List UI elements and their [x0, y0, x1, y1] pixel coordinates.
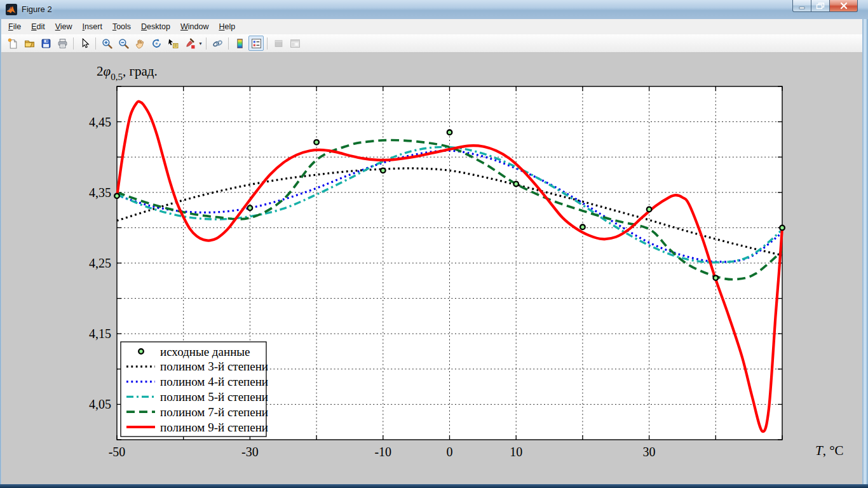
hide-plot-tools-button[interactable] [271, 36, 286, 51]
window-border-left [0, 19, 1, 488]
minimize-button[interactable] [792, 0, 811, 12]
legend-entry-label: полином 7-й степени [160, 405, 268, 419]
zoom-out-button[interactable] [116, 36, 131, 51]
menu-insert[interactable]: Insert [78, 20, 107, 33]
x-tick-label: -50 [109, 445, 126, 459]
zoom-in-icon [102, 38, 112, 49]
toolbar-separator [267, 37, 268, 50]
x-tick-label: -10 [374, 445, 391, 459]
link-plot-button[interactable] [210, 36, 225, 51]
menu-view[interactable]: View [50, 20, 78, 33]
toolbar-separator [73, 37, 74, 50]
x-tick-label: 10 [510, 445, 522, 459]
x-tick-label: 30 [643, 445, 656, 459]
insert-colorbar-button[interactable] [232, 36, 247, 51]
y-axis-label: 2φ0,5, град. [97, 64, 158, 82]
legend-box[interactable]: исходные данныеполином 3-й степениполино… [121, 342, 268, 437]
figure-canvas: -50-30-10010304,454,354,254,154,052φ0,5,… [1, 52, 862, 484]
toolbar-separator [95, 37, 96, 50]
rotate-3d-icon [151, 38, 162, 49]
data-point [513, 182, 519, 187]
close-button[interactable] [830, 0, 858, 12]
brush-data-button[interactable] [182, 36, 197, 51]
y-tick-label: 4,45 [89, 115, 111, 129]
y-tick-label: 4,25 [89, 256, 111, 270]
data-cursor-button[interactable] [165, 36, 180, 51]
y-tick-label: 4,35 [89, 186, 111, 200]
minimize-icon [797, 2, 806, 10]
figure-toolbar: ▾ [1, 34, 862, 53]
x-tick-label: 0 [447, 445, 453, 459]
save-figure-button[interactable] [38, 36, 53, 51]
legend-entry-label: полином 5-й степени [160, 390, 268, 403]
save-figure-icon [41, 38, 51, 49]
data-cursor-icon [168, 38, 179, 49]
data-point [248, 205, 253, 210]
legend-entry-label: полином 9-й степени [160, 421, 268, 434]
legend-entry-label: полином 4-й степени [160, 375, 268, 388]
print-figure-button[interactable] [55, 36, 70, 51]
window-border-right [862, 19, 868, 488]
hide-plot-tools-icon [273, 38, 284, 49]
window-controls [792, 0, 858, 12]
link-plot-icon [212, 38, 223, 49]
window-title: Figure 2 [22, 0, 52, 19]
restore-button[interactable] [811, 0, 830, 12]
edit-plot-cursor-icon [79, 38, 90, 49]
pan-hand-icon [135, 38, 146, 49]
zoom-out-icon [118, 38, 129, 49]
menu-help[interactable]: Help [214, 20, 240, 33]
data-point [114, 194, 119, 199]
titlebar[interactable]: Figure 2 [0, 0, 868, 20]
new-figure-icon [8, 38, 18, 49]
menu-tools[interactable]: Tools [107, 20, 136, 33]
print-figure-icon [57, 38, 68, 49]
show-plot-tools-icon [290, 38, 301, 49]
rotate-3d-button[interactable] [149, 36, 164, 51]
zoom-in-button[interactable] [99, 36, 114, 51]
menu-window[interactable]: Window [175, 20, 214, 33]
brush-dropdown-caret[interactable]: ▾ [198, 36, 203, 51]
x-tick-label: -30 [241, 445, 259, 459]
restore-icon [816, 2, 825, 10]
show-plot-tools-button[interactable] [287, 36, 302, 51]
data-point [580, 224, 585, 229]
x-axis-label: T, °C [815, 443, 844, 458]
open-file-icon [24, 38, 35, 49]
insert-legend-button[interactable] [248, 36, 264, 51]
data-point [381, 168, 386, 173]
data-point [780, 226, 785, 231]
pan-button[interactable] [132, 36, 147, 51]
edit-plot-cursor-button[interactable] [77, 36, 92, 51]
window-border-bottom [0, 484, 868, 488]
brush-icon [184, 38, 195, 49]
menubar: File Edit View Insert Tools Desktop Wind… [1, 19, 862, 35]
menu-desktop[interactable]: Desktop [136, 20, 175, 33]
data-point [314, 140, 319, 145]
matlab-icon [6, 4, 17, 15]
colorbar-icon [234, 38, 245, 49]
new-figure-button[interactable] [5, 36, 20, 51]
y-tick-label: 4,15 [89, 327, 111, 341]
legend-icon [251, 38, 262, 49]
legend-entry-label: полином 3-й степени [160, 360, 268, 373]
y-tick-label: 4,05 [89, 397, 111, 411]
legend-marker [139, 349, 144, 354]
matlab-figure-window: { "window": { "title": "Figure 2", "cont… [0, 0, 868, 488]
data-point [447, 130, 452, 135]
legend-entry-label: исходные данные [160, 345, 250, 358]
toolbar-separator [206, 37, 207, 50]
close-icon [839, 2, 848, 10]
toolbar-separator [228, 37, 229, 50]
axes-plot: -50-30-10010304,454,354,254,154,052φ0,5,… [1, 52, 862, 484]
open-file-button[interactable] [22, 36, 37, 51]
menu-edit[interactable]: Edit [26, 20, 50, 33]
data-point [647, 207, 652, 212]
data-point [714, 276, 719, 281]
menu-file[interactable]: File [3, 20, 26, 33]
